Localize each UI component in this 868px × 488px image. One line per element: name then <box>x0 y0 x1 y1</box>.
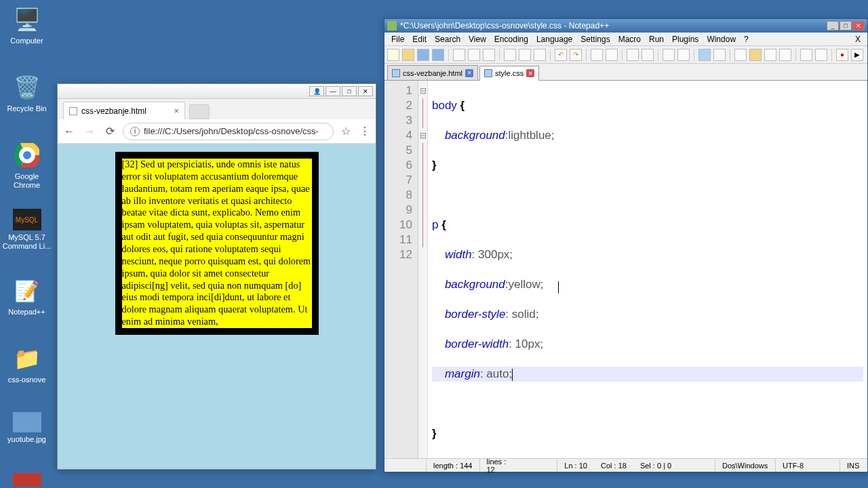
desktop-icon-notepadpp[interactable]: 📝 Notepad++ <box>1 277 52 317</box>
desktop-icon-computer[interactable]: 🖥️ Computer <box>1 5 52 45</box>
desktop-icon-chrome[interactable]: Google Chrome <box>1 141 52 190</box>
menu-view[interactable]: View <box>465 33 490 45</box>
notepadpp-icon: 📝 <box>13 277 41 305</box>
zoom-in-icon[interactable] <box>627 49 639 61</box>
icon-label: Google Chrome <box>1 172 52 190</box>
code-area[interactable]: body { background:lightblue; } p { width… <box>428 81 867 458</box>
close-button[interactable]: ✕ <box>852 21 865 30</box>
mysql-icon: MySQL <box>13 209 41 230</box>
indent-icon[interactable] <box>734 49 747 61</box>
status-length: length : 144 <box>427 459 480 472</box>
document-close-button[interactable]: X <box>851 33 865 45</box>
npp-filetabs: css-vezbanje.html × style.css × <box>384 64 867 80</box>
open-file-icon[interactable] <box>402 49 414 61</box>
icon-label: css-osnove <box>1 375 52 384</box>
tab-close-icon[interactable]: × <box>174 106 179 116</box>
find-icon[interactable] <box>591 49 603 61</box>
desktop-icon-recyclebin[interactable]: 🗑️ Recycle Bin <box>1 73 52 113</box>
undo-icon[interactable]: ↶ <box>555 49 567 61</box>
url-text: file:///C:/Users/john/Desktop/css-osnove… <box>144 126 319 136</box>
new-tab-button[interactable] <box>189 104 210 119</box>
file-tab-html[interactable]: css-vezbanje.html × <box>387 65 478 80</box>
maximize-button[interactable]: □ <box>840 21 852 30</box>
browser-tabstrip: css-vezbanje.html × <box>58 99 376 119</box>
menu-language[interactable]: Language <box>532 33 576 45</box>
menu-macro[interactable]: Macro <box>614 33 645 45</box>
chrome-icon <box>13 141 41 169</box>
minimize-button[interactable]: — <box>326 86 340 96</box>
site-info-icon[interactable]: i <box>130 127 140 136</box>
npp-editor[interactable]: 123456789101112 ⊟⊟ body { background:lig… <box>384 80 867 458</box>
back-button[interactable]: ← <box>62 124 77 139</box>
notepadpp-app-icon <box>387 21 397 30</box>
map-icon[interactable] <box>779 49 791 61</box>
redo-icon[interactable]: ↷ <box>570 49 582 61</box>
menu-plugins[interactable]: Plugins <box>668 33 703 45</box>
wordwrap-icon[interactable] <box>698 49 711 61</box>
menu-help[interactable]: ? <box>740 33 753 45</box>
tab-close-icon[interactable]: × <box>526 69 534 77</box>
zoom-out-icon[interactable] <box>642 49 654 61</box>
function-icon[interactable] <box>764 49 776 61</box>
menu-run[interactable]: Run <box>645 33 668 45</box>
allchars-icon[interactable] <box>713 49 726 61</box>
sync-v-icon[interactable] <box>663 49 675 61</box>
new-file-icon[interactable] <box>387 49 399 61</box>
menu-file[interactable]: File <box>387 33 408 45</box>
fold-margin[interactable]: ⊟⊟ <box>418 81 428 458</box>
desktop-icon-image[interactable]: yuotube.jpg <box>1 412 52 444</box>
separator <box>622 49 623 61</box>
separator <box>550 49 551 61</box>
user-icon[interactable]: 👤 <box>309 86 324 96</box>
bookmark-icon[interactable]: ☆ <box>339 125 353 138</box>
play-icon[interactable]: ▶ <box>851 49 863 61</box>
npp-statusbar: length : 144 lines : 12 Ln : 10 Col : 18… <box>384 458 867 472</box>
url-bar[interactable]: i file:///C:/Users/john/Desktop/css-osno… <box>123 123 334 140</box>
menu-settings[interactable]: Settings <box>576 33 614 45</box>
hide-icon[interactable] <box>815 49 827 61</box>
menu-encoding[interactable]: Encoding <box>490 33 532 45</box>
monitor-icon[interactable] <box>800 49 812 61</box>
desktop-icon-mysql[interactable]: MySQL MySQL 5.7 Command Li... <box>1 209 52 251</box>
status-enc: UTF-8 <box>776 459 840 472</box>
paste-icon[interactable] <box>534 49 546 61</box>
icon-label: Computer <box>1 37 52 45</box>
sync-h-icon[interactable] <box>677 49 690 61</box>
save-all-icon[interactable] <box>432 49 444 61</box>
browser-titlebar[interactable]: 👤 — □ ✕ <box>58 84 376 99</box>
tab-close-icon[interactable]: × <box>465 69 473 77</box>
app-icon <box>13 473 41 487</box>
print-icon[interactable] <box>483 49 495 61</box>
copy-icon[interactable] <box>519 49 531 61</box>
cut-icon[interactable] <box>504 49 516 61</box>
save-icon[interactable] <box>417 49 429 61</box>
tab-title: css-vezbanje.html <box>81 106 146 116</box>
menu-icon[interactable]: ⋮ <box>358 125 372 138</box>
folder-icon[interactable] <box>749 49 762 61</box>
status-col: Col : 18 <box>594 459 633 472</box>
npp-titlebar[interactable]: *C:\Users\john\Desktop\css-osnove\style.… <box>384 19 867 33</box>
desktop-icon-folder[interactable]: 📁 css-osnove <box>1 344 52 384</box>
browser-tab[interactable]: css-vezbanje.html × <box>63 102 185 119</box>
close-file-icon[interactable] <box>453 49 465 61</box>
separator <box>586 49 587 61</box>
file-tab-css[interactable]: style.css × <box>479 66 539 81</box>
line-numbers: 123456789101112 <box>384 81 418 458</box>
tab-label: style.css <box>495 69 524 77</box>
record-icon[interactable]: ● <box>836 49 848 61</box>
replace-icon[interactable] <box>606 49 618 61</box>
menu-search[interactable]: Search <box>431 33 465 45</box>
close-button[interactable]: ✕ <box>358 86 373 96</box>
minimize-button[interactable]: _ <box>827 21 839 30</box>
maximize-button[interactable]: □ <box>342 86 357 96</box>
menu-edit[interactable]: Edit <box>408 33 431 45</box>
forward-button[interactable]: → <box>82 124 97 139</box>
status-ins: INS <box>840 459 867 472</box>
menu-window[interactable]: Window <box>703 33 740 45</box>
npp-menubar: File Edit Search View Encoding Language … <box>384 33 867 46</box>
trash-icon: 🗑️ <box>13 73 41 102</box>
desktop-icon-other[interactable] <box>1 473 52 487</box>
status-spacer <box>384 459 427 472</box>
reload-button[interactable]: ⟳ <box>102 124 117 139</box>
close-all-icon[interactable] <box>468 49 480 61</box>
